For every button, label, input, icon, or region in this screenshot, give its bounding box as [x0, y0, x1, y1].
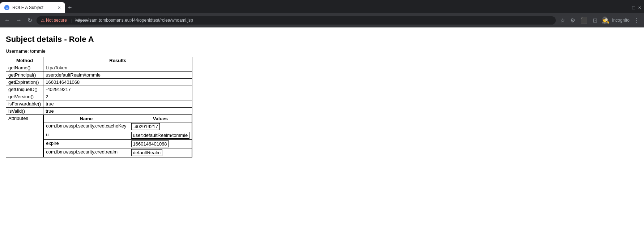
attr-values-header: Values — [129, 115, 192, 122]
result-cell: true — [43, 108, 192, 115]
method-cell: getName() — [6, 64, 43, 72]
tab-favicon: G — [4, 5, 9, 10]
bookmark-icon[interactable]: ☆ — [559, 16, 567, 25]
reload-button[interactable]: ↻ — [26, 16, 34, 25]
minimize-button[interactable]: — — [624, 5, 629, 10]
incognito-icon: 🕵 — [602, 16, 610, 24]
table-row: getUniqueID()-402919217 — [6, 86, 192, 93]
attr-name-cell: expire — [44, 140, 129, 148]
table-row: isForwardable()true — [6, 100, 192, 108]
subject-table: Method Results getName()LtpaTokengetPrin… — [6, 57, 192, 157]
attributes-row: AttributesNameValuescom.ibm.wsspi.securi… — [6, 115, 192, 157]
method-cell: getUniqueID() — [6, 86, 43, 93]
table-row: getPrincipal()user:defaultRealm/tommie — [6, 72, 192, 79]
incognito-label: Incognito — [612, 18, 630, 23]
toolbar-icons: ☆ ⚙ ⬛ ⊡ — [559, 16, 599, 25]
page-title: Subject details - Role A — [6, 35, 638, 44]
result-cell: -402919217 — [43, 86, 192, 93]
result-cell: true — [43, 100, 192, 108]
menu-button[interactable]: ⋮ — [632, 16, 641, 25]
username-line: Username: tommie — [6, 48, 638, 54]
url-text: https://isam.tombosmans.eu:444/openidtes… — [75, 18, 193, 23]
settings-icon[interactable]: ⚙ — [569, 16, 577, 25]
attributes-label: Attributes — [6, 115, 43, 157]
table-row: getExpiration()1660146401068 — [6, 79, 192, 86]
browser-chrome: G ROLE A Subject × + — □ × ← → ↻ ⚠ Not s… — [0, 0, 644, 27]
url-https: https:// — [75, 18, 88, 23]
method-cell: getPrincipal() — [6, 72, 43, 79]
attr-value-cell: user:defaultRealm/tommie — [129, 131, 192, 140]
new-tab-button[interactable]: + — [65, 4, 75, 12]
address-bar: ← → ↻ ⚠ Not secure | https://isam.tombos… — [0, 13, 644, 27]
table-row: isValid()true — [6, 108, 192, 115]
results-column-header: Results — [43, 57, 192, 64]
method-cell: getExpiration() — [6, 79, 43, 86]
warning-icon: ⚠ — [41, 18, 45, 23]
attr-value-cell: 1660146401068 — [129, 140, 192, 148]
cast-icon[interactable]: ⊡ — [591, 16, 599, 25]
attribute-row: com.ibm.wsspi.security.cred.cacheKey-402… — [44, 122, 192, 131]
attributes-table: NameValuescom.ibm.wsspi.security.cred.ca… — [43, 115, 192, 157]
incognito-button[interactable]: 🕵 Incognito — [602, 16, 630, 24]
url-separator: | — [71, 18, 72, 23]
attr-name-header: Name — [44, 115, 129, 122]
tab-bar: G ROLE A Subject × + — □ × — [0, 0, 644, 13]
result-cell: 2 — [43, 93, 192, 100]
method-cell: getVersion() — [6, 93, 43, 100]
url-bar[interactable]: ⚠ Not secure | https://isam.tombosmans.e… — [37, 16, 556, 25]
back-button[interactable]: ← — [3, 16, 12, 25]
extensions-icon[interactable]: ⬛ — [579, 16, 589, 25]
tab-close-button[interactable]: × — [58, 5, 61, 10]
attr-value-box: defaultRealm — [131, 149, 163, 156]
window-close-button[interactable]: × — [638, 5, 641, 10]
attr-name-cell: u — [44, 131, 129, 140]
attr-name-cell: com.ibm.wsspi.security.cred.realm — [44, 148, 129, 157]
method-cell: isForwardable() — [6, 100, 43, 108]
tab-title: ROLE A Subject — [12, 5, 43, 10]
table-row: getVersion()2 — [6, 93, 192, 100]
browser-tab[interactable]: G ROLE A Subject × — [0, 2, 65, 13]
attr-value-cell: defaultRealm — [129, 148, 192, 157]
attr-value-box: user:defaultRealm/tommie — [131, 132, 190, 139]
attr-value-cell: -402919217 — [129, 122, 192, 131]
window-controls: — □ × — [624, 5, 644, 10]
table-row: getName()LtpaToken — [6, 64, 192, 72]
attribute-row: expire1660146401068 — [44, 140, 192, 148]
result-cell: 1660146401068 — [43, 79, 192, 86]
method-cell: isValid() — [6, 108, 43, 115]
page-content: Subject details - Role A Username: tommi… — [0, 27, 644, 165]
result-cell: user:defaultRealm/tommie — [43, 72, 192, 79]
security-warning: ⚠ Not secure — [41, 18, 67, 23]
svg-text:G: G — [6, 6, 8, 9]
result-cell: LtpaToken — [43, 64, 192, 72]
forward-button[interactable]: → — [14, 16, 23, 25]
attributes-data: NameValuescom.ibm.wsspi.security.cred.ca… — [43, 115, 192, 157]
method-column-header: Method — [6, 57, 43, 64]
attr-value-box: 1660146401068 — [131, 140, 169, 147]
attribute-row: com.ibm.wsspi.security.cred.realmdefault… — [44, 148, 192, 157]
attr-name-cell: com.ibm.wsspi.security.cred.cacheKey — [44, 122, 129, 131]
attr-value-box: -402919217 — [131, 123, 160, 130]
maximize-button[interactable]: □ — [632, 5, 635, 10]
attribute-row: uuser:defaultRealm/tommie — [44, 131, 192, 140]
